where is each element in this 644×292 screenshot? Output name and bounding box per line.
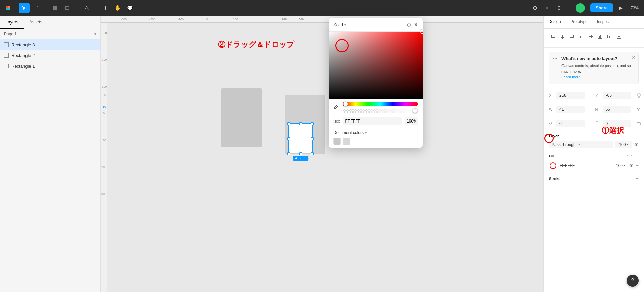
align-center-v-btn[interactable] (587, 33, 595, 41)
assets-tab[interactable]: Assets (24, 16, 48, 29)
hue-slider[interactable] (343, 102, 418, 106)
prototype-tab[interactable]: Prototype (566, 16, 592, 28)
svg-rect-20 (580, 35, 583, 35)
x-input[interactable]: 268 (556, 92, 585, 99)
xy-row: X 268 Y -65 (544, 88, 644, 102)
zoom-level: 73% (628, 6, 641, 10)
fill-opacity-value[interactable]: 100% (613, 163, 626, 168)
play-btn[interactable]: ▶ (616, 5, 625, 11)
page-dropdown-icon[interactable]: ▾ (94, 32, 96, 36)
ruler-v-mark-0: 0 (103, 112, 105, 115)
svg-rect-17 (573, 35, 574, 38)
distribute-h-btn[interactable] (605, 33, 613, 41)
layers-tab[interactable]: Layers (0, 16, 24, 29)
hue-thumb (343, 102, 348, 106)
cp-gradient-area[interactable] (329, 32, 423, 99)
accessibility-btn[interactable] (554, 3, 565, 13)
constraints-icon (637, 90, 644, 101)
whats-new-close-btn[interactable]: ✕ (632, 55, 636, 60)
layer-opacity-input[interactable]: 100% (615, 141, 632, 148)
scale-tool-btn[interactable] (31, 3, 42, 13)
design-tab[interactable]: Design (544, 16, 566, 28)
constrain-proportions-icon[interactable] (636, 104, 644, 115)
swatch-2[interactable] (343, 138, 350, 145)
share-button[interactable]: Share (590, 3, 613, 12)
layer-item-rectangle1[interactable]: Rectangle 1 (0, 61, 100, 71)
toolbar-divider-2 (77, 4, 77, 12)
text-tool-btn[interactable]: T (100, 3, 111, 13)
whats-new-body: Canvas controls, absolute position, and … (561, 64, 631, 74)
cp-alpha-input[interactable] (405, 117, 418, 125)
corner-radius-icon: ⌒ (595, 121, 600, 126)
layer-visibility-btn[interactable]: 👁 (634, 142, 639, 147)
rectangle-3-shape[interactable]: 41 × 55 (289, 124, 312, 154)
right-panel-tabs: Design Prototype Inspect (544, 16, 644, 29)
rotation-input[interactable]: 0° (556, 120, 585, 127)
cp-eyedropper-btn[interactable]: 🖊 (333, 104, 339, 110)
svg-rect-36 (637, 122, 640, 125)
layer-item-rectangle3[interactable]: Rectangle 3 (0, 39, 100, 50)
pen-tool-btn[interactable] (81, 3, 92, 13)
corner-expand-icon[interactable] (636, 118, 644, 129)
select-tool-btn[interactable] (19, 3, 30, 13)
rotation-icon: ↺ (549, 121, 554, 126)
layer-blend-row: Pass through ▾ 100% 👁 (544, 139, 644, 150)
swatch-1[interactable] (333, 138, 341, 145)
whats-new-link[interactable]: Learn more → (561, 75, 585, 79)
frame-tool-btn[interactable] (50, 3, 61, 13)
align-top-btn[interactable] (577, 33, 585, 41)
blend-mode-selector[interactable]: Pass through ▾ (549, 141, 613, 148)
left-panel: Layers Assets Page 1 ▾ Rectangle 3 Recta… (0, 16, 101, 292)
fill-visibility-btn[interactable]: 👁 (629, 163, 634, 168)
whats-new-title: What's new in auto layout? (561, 56, 634, 61)
rectangle-1-shape[interactable] (221, 88, 262, 147)
cp-gradient-btn[interactable]: ⬡ (407, 22, 411, 28)
page-name: Page 1 (4, 32, 17, 36)
toolbar-divider-1 (46, 4, 46, 12)
w-input[interactable]: 41 (556, 106, 585, 113)
svg-rect-25 (591, 35, 592, 38)
figma-menu-btn[interactable] (3, 3, 13, 13)
toolbar-divider-4 (569, 4, 569, 12)
align-center-h-btn[interactable] (558, 33, 567, 41)
cp-hex-input[interactable] (343, 117, 402, 125)
svg-rect-31 (611, 35, 611, 38)
comment-tool-btn[interactable]: 💬 (124, 3, 135, 13)
color-picker-popup: Solid ▾ ⬡ ✕ 🖊 Hex (329, 18, 423, 148)
h-prop: H 55 (590, 104, 636, 115)
library-btn[interactable] (542, 3, 552, 13)
h-label: H (595, 107, 600, 111)
layer-item-rectangle2[interactable]: Rectangle 2 (0, 50, 100, 61)
ruler-h-mark-309: 309 (299, 18, 304, 21)
layer-section-title: Layer (544, 131, 644, 139)
cp-doc-colors-title[interactable]: Document colors ▾ (333, 130, 418, 135)
alpha-slider[interactable] (343, 109, 418, 113)
svg-rect-7 (56, 8, 57, 10)
component-btn[interactable] (530, 3, 540, 13)
ruler-vertical: -300 -200 -100 0 -65 -10 100 200 300 (101, 23, 107, 292)
stroke-header: Stroke + (549, 176, 639, 182)
h-input[interactable]: 55 (603, 106, 631, 113)
fill-add-btn[interactable]: + (636, 153, 639, 159)
align-left-btn[interactable] (549, 33, 557, 41)
distribute-v-btn[interactable] (615, 33, 623, 41)
fill-remove-btn[interactable]: − (636, 163, 639, 169)
fill-hex-value[interactable]: FFFFFF (560, 163, 610, 168)
fill-grid-icon[interactable]: ⋮⋮ (626, 153, 634, 159)
shape-tool-btn[interactable] (62, 3, 73, 13)
cp-type-selector[interactable]: Solid ▾ (333, 22, 346, 27)
svg-rect-34 (617, 38, 621, 39)
hand-tool-btn[interactable]: ✋ (112, 3, 123, 13)
ruler-v-mark-1: -300 (101, 31, 107, 35)
help-button[interactable]: ? (627, 275, 639, 287)
inspect-tab[interactable]: Inspect (592, 16, 615, 28)
align-right-btn[interactable] (568, 33, 576, 41)
cp-close-btn[interactable]: ✕ (414, 21, 418, 28)
cp-type-chevron: ▾ (344, 23, 346, 27)
stroke-add-btn[interactable]: + (636, 176, 639, 182)
selection-box (288, 123, 313, 154)
layer-name-2: Rectangle 2 (11, 53, 35, 58)
align-bottom-btn[interactable] (596, 33, 604, 41)
y-input[interactable]: -65 (603, 92, 632, 99)
handle-bottom-mid[interactable] (299, 152, 302, 155)
